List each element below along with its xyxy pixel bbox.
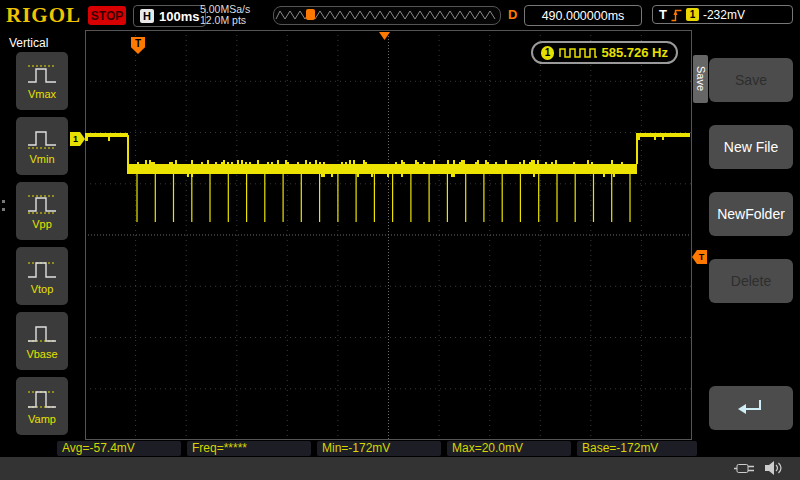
vertical-menu-item-vpp[interactable]: Vpp xyxy=(16,182,68,240)
delay-label: D xyxy=(508,7,517,22)
vertical-menu-item-vamp[interactable]: Vamp xyxy=(16,377,68,435)
menu-item-label: Vamp xyxy=(28,413,56,425)
menu-item-label: Vbase xyxy=(26,348,57,360)
trigger-source-badge: 1 xyxy=(686,8,699,21)
run-state-indicator: STOP xyxy=(88,6,126,25)
trigger-position-pill xyxy=(306,9,315,20)
rising-edge-icon xyxy=(671,7,682,22)
vertical-menu-item-vbase[interactable]: Vbase xyxy=(16,312,68,370)
vbase-icon xyxy=(26,322,58,346)
trigger-level-marker: T xyxy=(692,250,707,264)
new-file-button[interactable]: New File xyxy=(709,125,793,169)
return-arrow-icon xyxy=(736,397,766,419)
waveform-display xyxy=(85,30,692,440)
channel-status-bar: 1 100mV 2 1.00 V 3 1.00 V 4 50.0mV xyxy=(0,457,800,480)
measurement-freq: Freq=***** xyxy=(187,441,311,456)
measurement-max: Max=20.0mV xyxy=(447,441,571,456)
speaker-icon xyxy=(764,460,784,476)
return-button[interactable] xyxy=(709,386,793,430)
vpp-icon xyxy=(26,192,58,216)
menu-item-label: Vtop xyxy=(31,283,54,295)
menu-item-label: Vmin xyxy=(29,153,54,165)
pulse-train-icon xyxy=(559,46,596,59)
save-button[interactable]: Save xyxy=(709,58,793,102)
menu-item-label: Vpp xyxy=(32,218,52,230)
waveform-trace-ch1 xyxy=(85,30,692,440)
new-folder-button[interactable]: NewFolder xyxy=(709,192,793,236)
timebase-position-bar xyxy=(273,6,501,25)
measurement-min: Min=-172mV xyxy=(317,441,441,456)
usb-icon xyxy=(734,461,756,476)
horizontal-label: H xyxy=(140,9,154,23)
acquisition-info: 5.00MSa/s 12.0M pts xyxy=(200,4,250,26)
freq-counter-value: 585.726 Hz xyxy=(602,45,669,60)
trigger-info-group: T 1 -232mV xyxy=(652,5,793,24)
frequency-counter: 1 585.726 Hz xyxy=(531,41,678,64)
menu-tab-save: Save xyxy=(693,55,708,103)
measurement-avg: Avg=-57.4mV xyxy=(57,441,181,456)
left-menu-title: Vertical xyxy=(9,36,48,50)
oscilloscope-screen: RIGOL STOP H 100ms 5.00MSa/s 12.0M pts D… xyxy=(0,0,800,480)
vmax-icon xyxy=(26,62,58,86)
delete-button[interactable]: Delete xyxy=(709,259,793,303)
vertical-menu-item-vmax[interactable]: Vmax xyxy=(16,52,68,110)
vertical-menu-item-vtop[interactable]: Vtop xyxy=(16,247,68,305)
vmin-icon xyxy=(26,127,58,151)
menu-scroll-indicator xyxy=(2,200,5,211)
vamp-icon xyxy=(26,387,58,411)
horizontal-timebase-group: H 100ms xyxy=(133,5,206,27)
brand-logo: RIGOL xyxy=(6,3,81,28)
delay-value: 490.000000ms xyxy=(524,5,642,26)
vertical-menu-item-vmin[interactable]: Vmin xyxy=(16,117,68,175)
timebase-value: 100ms xyxy=(159,9,199,24)
menu-item-label: Vmax xyxy=(28,88,56,100)
freq-counter-channel-badge: 1 xyxy=(541,46,554,60)
trigger-label: T xyxy=(659,7,667,22)
vtop-icon xyxy=(26,257,58,281)
ch1-zero-marker: 1 xyxy=(70,132,85,146)
trigger-level-value: -232mV xyxy=(703,8,745,22)
measurement-base: Base=-172mV xyxy=(577,441,697,456)
memory-depth: 12.0M pts xyxy=(200,15,250,26)
